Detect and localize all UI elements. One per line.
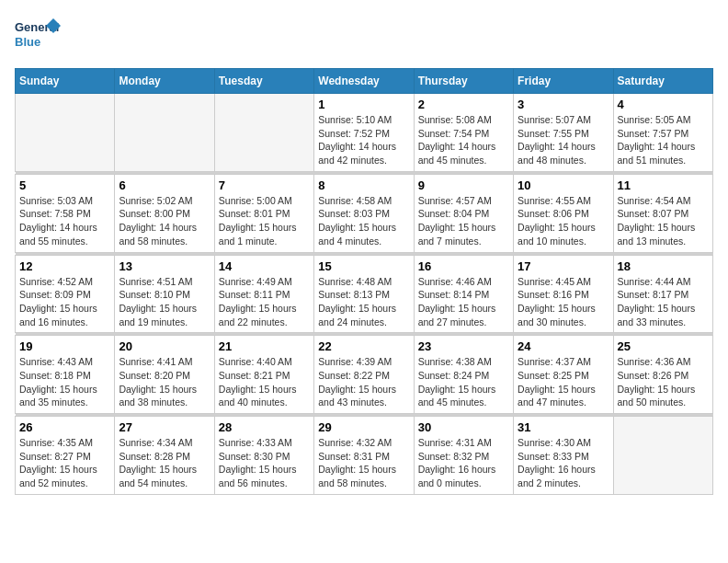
day-info: Sunrise: 4:34 AMSunset: 8:28 PMDaylight:… bbox=[119, 436, 210, 490]
day-number: 8 bbox=[318, 178, 409, 192]
day-number: 20 bbox=[119, 339, 210, 353]
calendar-cell: 19Sunrise: 4:43 AMSunset: 8:18 PMDayligh… bbox=[16, 336, 115, 414]
calendar-cell: 3Sunrise: 5:07 AMSunset: 7:55 PMDaylight… bbox=[514, 94, 613, 172]
day-number: 21 bbox=[219, 339, 310, 353]
day-info: Sunrise: 5:05 AMSunset: 7:57 PMDaylight:… bbox=[618, 113, 709, 167]
calendar-cell: 13Sunrise: 4:51 AMSunset: 8:10 PMDayligh… bbox=[115, 255, 214, 333]
day-number: 9 bbox=[418, 178, 509, 192]
day-info: Sunrise: 4:48 AMSunset: 8:13 PMDaylight:… bbox=[318, 275, 409, 329]
logo-svg: General Blue bbox=[15, 15, 61, 55]
day-number: 22 bbox=[318, 339, 409, 353]
calendar-cell: 29Sunrise: 4:32 AMSunset: 8:31 PMDayligh… bbox=[314, 417, 414, 495]
day-info: Sunrise: 4:33 AMSunset: 8:30 PMDaylight:… bbox=[219, 436, 310, 490]
day-number: 29 bbox=[318, 420, 409, 434]
day-info: Sunrise: 4:45 AMSunset: 8:16 PMDaylight:… bbox=[518, 275, 609, 329]
day-number: 13 bbox=[119, 259, 210, 273]
day-number: 7 bbox=[219, 178, 310, 192]
calendar-cell: 12Sunrise: 4:52 AMSunset: 8:09 PMDayligh… bbox=[16, 255, 115, 333]
day-number: 15 bbox=[318, 259, 409, 273]
day-info: Sunrise: 5:10 AMSunset: 7:52 PMDaylight:… bbox=[318, 113, 409, 167]
calendar-cell: 20Sunrise: 4:41 AMSunset: 8:20 PMDayligh… bbox=[115, 336, 214, 414]
day-number: 19 bbox=[19, 339, 110, 353]
day-number: 6 bbox=[119, 178, 210, 192]
day-info: Sunrise: 4:49 AMSunset: 8:11 PMDaylight:… bbox=[219, 275, 310, 329]
day-info: Sunrise: 4:38 AMSunset: 8:24 PMDaylight:… bbox=[418, 355, 509, 409]
day-number: 25 bbox=[618, 339, 709, 353]
day-number: 30 bbox=[418, 420, 509, 434]
calendar-week-row: 1Sunrise: 5:10 AMSunset: 7:52 PMDaylight… bbox=[16, 94, 713, 172]
day-number: 14 bbox=[219, 259, 310, 273]
day-info: Sunrise: 5:07 AMSunset: 7:55 PMDaylight:… bbox=[518, 113, 609, 167]
day-info: Sunrise: 4:54 AMSunset: 8:07 PMDaylight:… bbox=[618, 194, 709, 248]
weekday-header: Monday bbox=[115, 69, 214, 94]
day-number: 16 bbox=[418, 259, 509, 273]
day-number: 28 bbox=[219, 420, 310, 434]
day-number: 10 bbox=[518, 178, 609, 192]
calendar-cell: 18Sunrise: 4:44 AMSunset: 8:17 PMDayligh… bbox=[613, 255, 712, 333]
weekday-header: Thursday bbox=[414, 69, 513, 94]
calendar-cell: 24Sunrise: 4:37 AMSunset: 8:25 PMDayligh… bbox=[514, 336, 613, 414]
logo: General Blue bbox=[15, 15, 61, 59]
day-info: Sunrise: 4:44 AMSunset: 8:17 PMDaylight:… bbox=[618, 275, 709, 329]
calendar-week-row: 12Sunrise: 4:52 AMSunset: 8:09 PMDayligh… bbox=[16, 255, 713, 333]
page-header: General Blue bbox=[15, 15, 713, 59]
day-info: Sunrise: 4:37 AMSunset: 8:25 PMDaylight:… bbox=[518, 355, 609, 409]
weekday-header: Friday bbox=[514, 69, 613, 94]
day-info: Sunrise: 5:08 AMSunset: 7:54 PMDaylight:… bbox=[418, 113, 509, 167]
calendar-cell: 25Sunrise: 4:36 AMSunset: 8:26 PMDayligh… bbox=[613, 336, 712, 414]
day-info: Sunrise: 4:32 AMSunset: 8:31 PMDaylight:… bbox=[318, 436, 409, 490]
calendar-cell: 9Sunrise: 4:57 AMSunset: 8:04 PMDaylight… bbox=[414, 174, 513, 252]
calendar-cell: 4Sunrise: 5:05 AMSunset: 7:57 PMDaylight… bbox=[613, 94, 712, 172]
calendar-cell: 8Sunrise: 4:58 AMSunset: 8:03 PMDaylight… bbox=[314, 174, 414, 252]
calendar-cell: 26Sunrise: 4:35 AMSunset: 8:27 PMDayligh… bbox=[16, 417, 115, 495]
calendar-cell: 2Sunrise: 5:08 AMSunset: 7:54 PMDaylight… bbox=[414, 94, 513, 172]
day-info: Sunrise: 5:02 AMSunset: 8:00 PMDaylight:… bbox=[119, 194, 210, 248]
weekday-header-row: SundayMondayTuesdayWednesdayThursdayFrid… bbox=[16, 69, 713, 94]
day-info: Sunrise: 4:55 AMSunset: 8:06 PMDaylight:… bbox=[518, 194, 609, 248]
day-info: Sunrise: 4:57 AMSunset: 8:04 PMDaylight:… bbox=[418, 194, 509, 248]
calendar-week-row: 5Sunrise: 5:03 AMSunset: 7:58 PMDaylight… bbox=[16, 174, 713, 252]
day-number: 12 bbox=[19, 259, 110, 273]
calendar-cell: 21Sunrise: 4:40 AMSunset: 8:21 PMDayligh… bbox=[214, 336, 313, 414]
svg-text:Blue: Blue bbox=[15, 35, 40, 49]
calendar-cell: 17Sunrise: 4:45 AMSunset: 8:16 PMDayligh… bbox=[514, 255, 613, 333]
calendar-table: SundayMondayTuesdayWednesdayThursdayFrid… bbox=[15, 68, 713, 495]
day-info: Sunrise: 4:41 AMSunset: 8:20 PMDaylight:… bbox=[119, 355, 210, 409]
calendar-cell: 23Sunrise: 4:38 AMSunset: 8:24 PMDayligh… bbox=[414, 336, 513, 414]
calendar-cell: 31Sunrise: 4:30 AMSunset: 8:33 PMDayligh… bbox=[514, 417, 613, 495]
calendar-week-row: 26Sunrise: 4:35 AMSunset: 8:27 PMDayligh… bbox=[16, 417, 713, 495]
day-info: Sunrise: 4:51 AMSunset: 8:10 PMDaylight:… bbox=[119, 275, 210, 329]
day-info: Sunrise: 5:00 AMSunset: 8:01 PMDaylight:… bbox=[219, 194, 310, 248]
calendar-week-row: 19Sunrise: 4:43 AMSunset: 8:18 PMDayligh… bbox=[16, 336, 713, 414]
calendar-cell: 5Sunrise: 5:03 AMSunset: 7:58 PMDaylight… bbox=[16, 174, 115, 252]
calendar-cell: 15Sunrise: 4:48 AMSunset: 8:13 PMDayligh… bbox=[314, 255, 414, 333]
day-number: 23 bbox=[418, 339, 509, 353]
day-info: Sunrise: 5:03 AMSunset: 7:58 PMDaylight:… bbox=[19, 194, 110, 248]
day-number: 5 bbox=[19, 178, 110, 192]
weekday-header: Tuesday bbox=[214, 69, 313, 94]
day-number: 24 bbox=[518, 339, 609, 353]
day-info: Sunrise: 4:35 AMSunset: 8:27 PMDaylight:… bbox=[19, 436, 110, 490]
day-info: Sunrise: 4:43 AMSunset: 8:18 PMDaylight:… bbox=[19, 355, 110, 409]
day-info: Sunrise: 4:36 AMSunset: 8:26 PMDaylight:… bbox=[618, 355, 709, 409]
day-info: Sunrise: 4:39 AMSunset: 8:22 PMDaylight:… bbox=[318, 355, 409, 409]
weekday-header: Saturday bbox=[613, 69, 712, 94]
calendar-cell: 16Sunrise: 4:46 AMSunset: 8:14 PMDayligh… bbox=[414, 255, 513, 333]
day-number: 31 bbox=[518, 420, 609, 434]
calendar-cell bbox=[214, 94, 313, 172]
weekday-header: Sunday bbox=[16, 69, 115, 94]
day-info: Sunrise: 4:40 AMSunset: 8:21 PMDaylight:… bbox=[219, 355, 310, 409]
calendar-cell: 30Sunrise: 4:31 AMSunset: 8:32 PMDayligh… bbox=[414, 417, 513, 495]
calendar-cell: 11Sunrise: 4:54 AMSunset: 8:07 PMDayligh… bbox=[613, 174, 712, 252]
day-number: 2 bbox=[418, 98, 509, 111]
day-number: 17 bbox=[518, 259, 609, 273]
calendar-cell bbox=[613, 417, 712, 495]
calendar-cell: 27Sunrise: 4:34 AMSunset: 8:28 PMDayligh… bbox=[115, 417, 214, 495]
calendar-cell: 1Sunrise: 5:10 AMSunset: 7:52 PMDaylight… bbox=[314, 94, 414, 172]
logo-container: General Blue bbox=[15, 15, 61, 59]
weekday-header: Wednesday bbox=[314, 69, 414, 94]
calendar-cell: 7Sunrise: 5:00 AMSunset: 8:01 PMDaylight… bbox=[214, 174, 313, 252]
day-info: Sunrise: 4:46 AMSunset: 8:14 PMDaylight:… bbox=[418, 275, 509, 329]
day-number: 11 bbox=[618, 178, 709, 192]
calendar-cell: 6Sunrise: 5:02 AMSunset: 8:00 PMDaylight… bbox=[115, 174, 214, 252]
